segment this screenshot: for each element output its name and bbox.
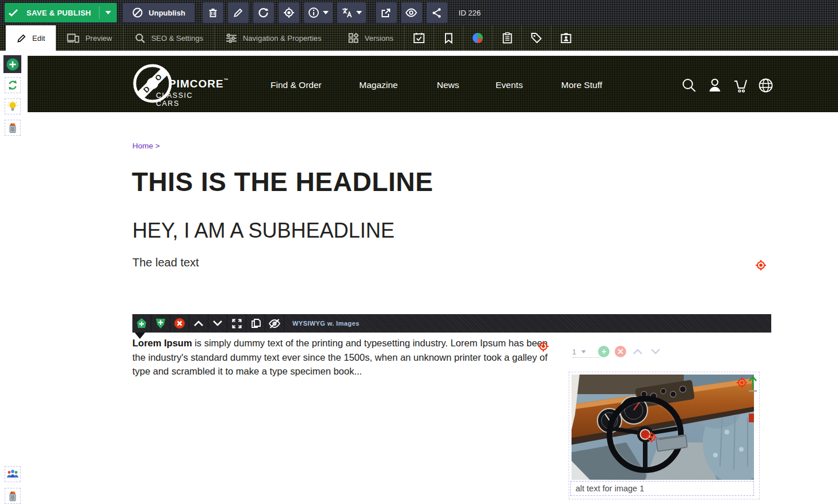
reload-button[interactable] (253, 2, 274, 23)
expand-editor-button[interactable] (227, 314, 246, 333)
paragraph-text: is simply dummy text of the printing and… (132, 338, 547, 376)
delete-button[interactable] (203, 2, 223, 23)
share-button[interactable] (426, 2, 447, 23)
site-account-button[interactable] (708, 78, 722, 95)
tag-icon (531, 32, 542, 44)
plus-circle-icon (6, 58, 20, 71)
devices-icon (67, 33, 79, 43)
tab-edit-label: Edit (32, 34, 45, 43)
rename-button[interactable] (228, 2, 249, 23)
add-block-above-button[interactable] (132, 314, 151, 333)
schedule-button[interactable] (405, 25, 433, 51)
breadcrumb-home-link[interactable]: Home (132, 142, 153, 150)
logo-tagline: CLASSIC CARS (156, 91, 214, 108)
page-subheadline[interactable]: HEY, I AM A SUBHEADLINE (132, 219, 395, 243)
delete-block-area-button[interactable] (5, 488, 21, 504)
image-index-value[interactable]: 1 (572, 348, 576, 356)
add-block-below-icon (155, 318, 166, 329)
locate-in-tree-button[interactable] (279, 2, 299, 23)
tab-versions[interactable]: Versions (337, 25, 405, 51)
tags-button[interactable] (522, 25, 551, 51)
pimcore-document-editor: { "toolbar": { "save_publish_label": "SA… (0, 0, 838, 504)
breadcrumb: Home > (132, 142, 160, 150)
hide-icon (268, 318, 281, 329)
tab-versions-label: Versions (365, 34, 394, 43)
site-search-button[interactable] (681, 78, 696, 95)
preview-eye-button[interactable] (401, 2, 422, 23)
move-block-down-button[interactable] (208, 314, 227, 333)
move-block-up-button[interactable] (189, 314, 208, 333)
external-link-icon (380, 7, 391, 18)
tab-navigation-label: Navigation & Properties (243, 34, 322, 43)
shared-users-button[interactable] (5, 466, 21, 482)
tab-navigation-properties[interactable]: Navigation & Properties (215, 25, 333, 51)
tab-seo-settings[interactable]: SEO & Settings (124, 25, 214, 51)
unpublish-button[interactable]: Unpublish (123, 3, 195, 22)
open-in-new-button[interactable] (376, 2, 397, 23)
page-headline[interactable]: THIS IS THE HEADLINE (132, 166, 433, 197)
site-logo[interactable]: DEMO PIMCORE™ CLASSIC CARS (133, 59, 214, 108)
app-logger-button[interactable] (551, 25, 580, 51)
versions-grid-icon (348, 33, 359, 44)
nav-events[interactable]: Events (496, 80, 523, 90)
trash-full-icon (7, 490, 18, 502)
lead-text[interactable]: The lead text (132, 256, 199, 269)
crosshair-icon[interactable] (755, 259, 767, 271)
site-cart-button[interactable] (732, 78, 748, 96)
unpublish-label: Unpublish (148, 9, 185, 17)
move-image-down-button[interactable] (649, 348, 662, 356)
info-dropdown-button[interactable] (304, 2, 333, 23)
copy-icon (250, 318, 261, 329)
bookmark-icon (444, 33, 453, 44)
notes-events-button[interactable] (493, 25, 521, 51)
trash-full-icon (7, 122, 18, 133)
tab-bar: Edit Preview SEO & Settings Navigation &… (0, 25, 838, 51)
upload-arrow-icon[interactable] (748, 375, 758, 392)
move-image-up-button[interactable] (631, 348, 644, 356)
caret-down-icon[interactable] (581, 350, 586, 353)
caret-down-icon (356, 11, 362, 14)
calendar-check-icon (413, 32, 425, 44)
replace-content-button[interactable] (5, 77, 21, 93)
hide-block-button[interactable] (265, 314, 284, 333)
nav-news[interactable]: News (437, 80, 459, 90)
clear-content-button[interactable] (5, 120, 21, 136)
color-wheel-button[interactable] (463, 25, 492, 51)
crosshair-icon[interactable] (646, 432, 657, 443)
bookmark-button[interactable] (434, 25, 463, 51)
save-publish-button[interactable]: SAVE & PUBLISH (5, 3, 117, 22)
nav-more-stuff[interactable]: More Stuff (561, 80, 602, 90)
image-alt-text-input[interactable]: alt text for image 1 (570, 481, 754, 496)
logo-trademark: ™ (224, 78, 229, 83)
magnifier-icon (135, 33, 146, 44)
delete-block-icon (174, 318, 185, 329)
add-block-below-button[interactable] (151, 314, 170, 333)
pencil-icon (233, 7, 243, 18)
globe-icon (758, 78, 774, 93)
delete-block-button[interactable] (170, 314, 189, 333)
pencil-icon (17, 33, 26, 43)
wysiwyg-paragraph[interactable]: Lorem Ipsum is simply dummy text of the … (132, 336, 551, 379)
nav-magazine[interactable]: Magazine (359, 80, 398, 90)
caret-down-icon[interactable] (100, 11, 117, 14)
remove-image-block-button[interactable]: ✕ (615, 346, 626, 357)
tab-edit[interactable]: Edit (6, 25, 56, 51)
crosshair-icon[interactable] (538, 341, 549, 352)
copy-block-button[interactable] (246, 314, 265, 333)
clipboard-icon (502, 32, 512, 44)
tab-preview[interactable]: Preview (56, 25, 123, 51)
lightbulb-icon (7, 101, 18, 112)
breadcrumb-separator: > (155, 142, 160, 150)
hint-button[interactable] (5, 98, 21, 114)
translate-dropdown-button[interactable] (337, 2, 366, 23)
add-block-button[interactable] (3, 55, 21, 73)
crosshair-icon[interactable] (736, 377, 748, 388)
add-image-block-button[interactable]: + (598, 346, 610, 357)
car-interior-image[interactable] (572, 375, 754, 480)
site-language-button[interactable] (758, 78, 774, 96)
target-icon (283, 7, 295, 18)
check-icon (5, 9, 22, 17)
eye-icon (405, 8, 417, 17)
nav-find-order[interactable]: Find & Order (271, 80, 322, 90)
color-wheel-icon (472, 32, 483, 44)
